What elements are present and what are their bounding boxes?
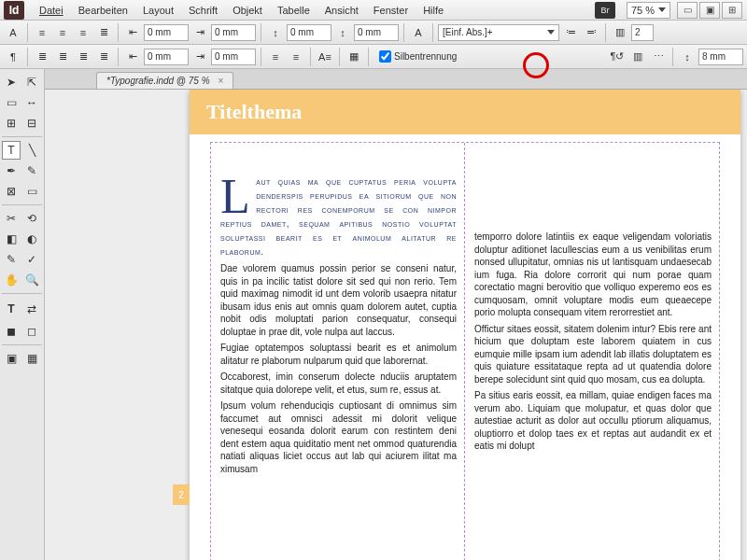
preview-view[interactable]: ▦ [22, 349, 41, 368]
hyphenation-label: Silbentrennung [394, 51, 457, 62]
zoom-select[interactable]: 75 % [627, 2, 670, 19]
zoom-tool[interactable]: 🔍 [22, 271, 41, 289]
align-right-icon[interactable]: ≡ [74, 23, 92, 42]
menu-fenster[interactable]: Fenster [366, 5, 416, 16]
close-icon[interactable]: × [218, 76, 223, 86]
menu-datei[interactable]: Datei [32, 5, 71, 16]
dropcap-lines-icon[interactable]: A≡ [316, 48, 334, 66]
rectangle-frame-tool[interactable]: ⊠ [2, 182, 21, 201]
page-tool[interactable]: ▭ [2, 93, 21, 112]
menu-layout[interactable]: Layout [135, 5, 181, 16]
options-icon[interactable]: ⋯ [649, 48, 668, 66]
rectangle-tool[interactable]: ▭ [22, 182, 41, 201]
gradient-swatch-tool[interactable]: ◧ [2, 230, 21, 248]
type-tool[interactable]: T [2, 141, 21, 160]
hyphenation-checkbox[interactable]: Silbentrennung [379, 50, 457, 63]
line-tool[interactable]: ╲ [22, 141, 41, 160]
page-title: Titelthema [206, 100, 302, 124]
numbering-icon[interactable]: ≕ [582, 23, 600, 42]
last-line-indent-icon: ⇥ [190, 48, 209, 66]
arrange-icon[interactable]: ⊞ [722, 2, 742, 19]
menu-bearbeiten[interactable]: Bearbeiten [71, 5, 135, 16]
control-panel-row2: ¶ ≣ ≣ ≣ ≣ ⇤ 0 mm ⇥ 0 mm ≡ ≡ A≡ ▦ Silbent… [0, 45, 747, 69]
first-line-indent-input[interactable]: 0 mm [211, 24, 256, 41]
screen-mode-icon[interactable]: ▣ [699, 2, 720, 19]
span-columns-icon[interactable]: ▥ [628, 48, 647, 66]
intro-paragraph: L aut quias ma que cuptatus peria volupt… [220, 175, 457, 259]
document-tab-label: *Typografie.indd @ 75 % [106, 76, 210, 86]
pencil-tool[interactable]: ✎ [22, 161, 41, 180]
indent-right-input[interactable]: 0 mm [144, 49, 189, 65]
body-paragraph: Fugiae optatempos soluptassi bearit es e… [220, 342, 457, 367]
scissors-tool[interactable]: ✂ [2, 209, 21, 228]
hyphenation-check[interactable] [379, 50, 391, 63]
bullets-icon[interactable]: ≔ [561, 23, 580, 42]
last-line-indent-input[interactable]: 0 mm [211, 49, 256, 65]
baseline-icon: ↕ [678, 48, 697, 66]
bridge-icon[interactable]: Br [595, 2, 615, 19]
page-number-tab: 2 [173, 484, 190, 505]
canvas[interactable]: 2 Titelthema L aut quias ma que cuptatus… [45, 90, 747, 560]
body-paragraph: Offictur sitaes eossit, sitatem dolenim … [474, 323, 712, 386]
free-transform-tool[interactable]: ⟲ [22, 209, 41, 228]
shading-icon[interactable]: ▦ [345, 48, 363, 66]
note-tool[interactable]: ✎ [2, 250, 21, 269]
apply-none[interactable]: ◻ [22, 322, 41, 341]
apply-color[interactable]: ◼ [2, 322, 21, 341]
menu-hilfe[interactable]: Hilfe [416, 5, 451, 16]
swap-fill-stroke[interactable]: ⇄ [22, 298, 41, 320]
align-center-icon[interactable]: ≡ [53, 23, 72, 42]
zoom-value: 75 % [631, 5, 655, 16]
align-justify-center-icon[interactable]: ≣ [53, 48, 72, 66]
fill-stroke[interactable]: T [2, 298, 21, 320]
page[interactable]: 2 Titelthema L aut quias ma que cuptatus… [190, 90, 740, 560]
hand-tool[interactable]: ✋ [2, 271, 21, 289]
baseline-grid-on-icon[interactable]: ≡ [266, 48, 285, 66]
pen-tool[interactable]: ✒ [2, 161, 21, 180]
align-justify-right-icon[interactable]: ≣ [74, 48, 92, 66]
indent-right-icon: ⇤ [123, 48, 142, 66]
column-1[interactable]: L aut quias ma que cuptatus peria volupt… [211, 143, 465, 560]
first-line-indent-icon: ⇥ [190, 23, 209, 42]
gap-tool[interactable]: ↔ [22, 93, 41, 112]
indent-left-input[interactable]: 0 mm [144, 24, 189, 41]
gradient-feather-tool[interactable]: ◐ [22, 230, 41, 248]
menu-tabelle[interactable]: Tabelle [270, 5, 317, 16]
columns-input[interactable]: 2 [631, 24, 654, 41]
gutter-input[interactable]: 8 mm [698, 49, 743, 65]
space-before-icon: ↕ [266, 23, 285, 42]
toolbox: ➤ ⇱ ▭ ↔ ⊞ ⊟ T ╲ ✒ ✎ ⊠ ▭ ✂ ⟲ ◧ ◐ ✎ ✓ ✋ 🔍 … [0, 69, 45, 560]
menu-ansicht[interactable]: Ansicht [317, 5, 366, 16]
body-paragraph: Occaborest, imin conserum dolecte nducii… [220, 371, 457, 396]
eyedropper-tool[interactable]: ✓ [22, 250, 41, 269]
dropcap-icon[interactable]: A [409, 23, 428, 42]
space-before-input[interactable]: 0 mm [287, 24, 331, 41]
column-2[interactable]: temporro dolore latintiis ex eaque velig… [465, 143, 719, 560]
document-tab[interactable]: *Typografie.indd @ 75 % × [96, 72, 233, 89]
menu-objekt[interactable]: Objekt [225, 5, 270, 16]
chevron-down-icon [658, 7, 666, 12]
paragraph-style-select[interactable]: [Einf. Abs.]+ [438, 24, 559, 41]
content-collector-tool[interactable]: ⊞ [2, 114, 21, 133]
view-mode-icon[interactable]: ▭ [677, 2, 698, 19]
space-after-icon: ↕ [333, 23, 352, 42]
align-towards-spine-icon[interactable]: ≣ [94, 48, 113, 66]
char-mode-icon[interactable]: A [4, 23, 22, 42]
normal-view[interactable]: ▣ [2, 349, 21, 368]
clear-overrides-icon[interactable]: ¶↺ [608, 48, 627, 66]
app-logo: Id [4, 1, 24, 20]
chevron-down-icon [547, 30, 555, 35]
selection-tool[interactable]: ➤ [2, 73, 21, 91]
content-placer-tool[interactable]: ⊟ [22, 114, 41, 133]
text-frame[interactable]: L aut quias ma que cuptatus peria volupt… [210, 142, 720, 560]
baseline-grid-off-icon[interactable]: ≡ [287, 48, 305, 66]
dropcap: L [220, 175, 256, 217]
align-left-icon[interactable]: ≡ [33, 23, 51, 42]
menu-schrift[interactable]: Schrift [181, 5, 225, 16]
para-mode-icon[interactable]: ¶ [4, 48, 22, 66]
body-paragraph: temporro dolore latintiis ex eaque velig… [474, 231, 712, 319]
space-after-input[interactable]: 0 mm [354, 24, 399, 41]
direct-selection-tool[interactable]: ⇱ [22, 73, 41, 91]
align-justify-left-icon[interactable]: ≣ [33, 48, 51, 66]
align-justify-icon[interactable]: ≣ [94, 23, 113, 42]
